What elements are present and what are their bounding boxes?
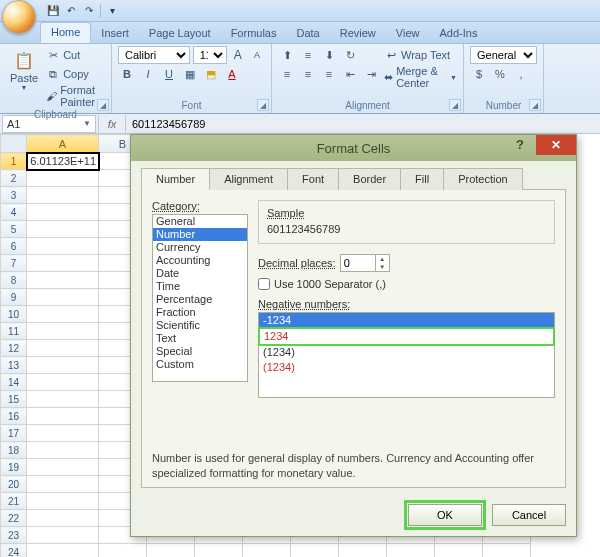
row-header[interactable]: 21 — [1, 493, 27, 510]
spinner-up-icon[interactable]: ▲ — [376, 255, 389, 263]
dtab-number[interactable]: Number — [141, 168, 210, 190]
orientation-button[interactable]: ↻ — [341, 46, 359, 64]
border-button[interactable]: ▦ — [181, 65, 199, 83]
select-all-corner[interactable] — [1, 135, 27, 153]
neg-item-1[interactable]: -1234 — [259, 313, 554, 328]
increase-indent-button[interactable]: ⇥ — [362, 65, 380, 83]
row-header[interactable]: 22 — [1, 510, 27, 527]
row-header[interactable]: 8 — [1, 272, 27, 289]
dialog-close-button[interactable]: ✕ — [536, 135, 576, 155]
wrap-text-button[interactable]: ↩Wrap Text — [384, 46, 457, 64]
font-color-button[interactable]: A — [223, 65, 241, 83]
cat-percentage[interactable]: Percentage — [153, 293, 247, 306]
neg-item-2[interactable]: 1234 — [258, 327, 555, 346]
row-header[interactable]: 11 — [1, 323, 27, 340]
underline-button[interactable]: U — [160, 65, 178, 83]
cat-accounting[interactable]: Accounting — [153, 254, 247, 267]
cat-special[interactable]: Special — [153, 345, 247, 358]
row-header[interactable]: 14 — [1, 374, 27, 391]
formula-input[interactable] — [128, 115, 600, 133]
office-button[interactable] — [2, 0, 36, 34]
font-launcher-icon[interactable]: ◢ — [257, 99, 269, 111]
copy-button[interactable]: ⧉Copy — [46, 65, 105, 83]
row-header[interactable]: 19 — [1, 459, 27, 476]
row-header[interactable]: 7 — [1, 255, 27, 272]
comma-button[interactable]: , — [512, 65, 530, 83]
tab-home[interactable]: Home — [40, 22, 91, 43]
cat-fraction[interactable]: Fraction — [153, 306, 247, 319]
row-header[interactable]: 17 — [1, 425, 27, 442]
percent-button[interactable]: % — [491, 65, 509, 83]
cat-currency[interactable]: Currency — [153, 241, 247, 254]
qat-dropdown-icon[interactable]: ▾ — [105, 4, 119, 18]
row-header[interactable]: 10 — [1, 306, 27, 323]
alignment-launcher-icon[interactable]: ◢ — [449, 99, 461, 111]
cat-text[interactable]: Text — [153, 332, 247, 345]
paste-button[interactable]: 📋 Paste ▼ — [6, 46, 42, 93]
italic-button[interactable]: I — [139, 65, 157, 83]
neg-item-3[interactable]: (1234) — [259, 345, 554, 360]
tab-formulas[interactable]: Formulas — [221, 24, 287, 43]
row-header[interactable]: 23 — [1, 527, 27, 544]
clipboard-launcher-icon[interactable]: ◢ — [97, 99, 109, 111]
fill-color-button[interactable]: ⬒ — [202, 65, 220, 83]
undo-icon[interactable]: ↶ — [64, 4, 78, 18]
spinner-down-icon[interactable]: ▼ — [376, 263, 389, 271]
dtab-font[interactable]: Font — [287, 168, 339, 190]
cat-date[interactable]: Date — [153, 267, 247, 280]
font-name-select[interactable]: Calibri — [118, 46, 190, 64]
tab-review[interactable]: Review — [330, 24, 386, 43]
row-header[interactable]: 4 — [1, 204, 27, 221]
row-header[interactable]: 1 — [1, 153, 27, 170]
dtab-border[interactable]: Border — [338, 168, 401, 190]
cell-a1[interactable]: 6.01123E+11 — [27, 153, 99, 170]
grow-font-button[interactable]: A — [230, 46, 246, 64]
dtab-protection[interactable]: Protection — [443, 168, 523, 190]
dialog-title-bar[interactable]: Format Cells ? ✕ — [131, 135, 576, 161]
align-left-button[interactable]: ≡ — [278, 65, 296, 83]
row-header[interactable]: 18 — [1, 442, 27, 459]
dtab-alignment[interactable]: Alignment — [209, 168, 288, 190]
number-launcher-icon[interactable]: ◢ — [529, 99, 541, 111]
paste-dropdown-icon[interactable]: ▼ — [21, 84, 28, 91]
row-header[interactable]: 6 — [1, 238, 27, 255]
dtab-fill[interactable]: Fill — [400, 168, 444, 190]
row-header[interactable]: 5 — [1, 221, 27, 238]
row-header[interactable]: 13 — [1, 357, 27, 374]
row-header[interactable]: 15 — [1, 391, 27, 408]
decrease-indent-button[interactable]: ⇤ — [341, 65, 359, 83]
row-header[interactable]: 3 — [1, 187, 27, 204]
col-header-a[interactable]: A — [27, 135, 99, 153]
cat-time[interactable]: Time — [153, 280, 247, 293]
merge-center-button[interactable]: ⬌Merge & Center▼ — [384, 65, 457, 89]
ok-button[interactable]: OK — [408, 504, 482, 526]
decimal-places-input[interactable] — [341, 255, 375, 271]
cancel-button[interactable]: Cancel — [492, 504, 566, 526]
align-top-button[interactable]: ⬆ — [278, 46, 296, 64]
row-header[interactable]: 12 — [1, 340, 27, 357]
tab-view[interactable]: View — [386, 24, 430, 43]
row-header[interactable]: 16 — [1, 408, 27, 425]
align-right-button[interactable]: ≡ — [320, 65, 338, 83]
row-header[interactable]: 2 — [1, 170, 27, 187]
bold-button[interactable]: B — [118, 65, 136, 83]
decimal-places-spinner[interactable]: ▲▼ — [340, 254, 390, 272]
cat-number[interactable]: Number — [153, 228, 247, 241]
negative-numbers-list[interactable]: -1234 1234 (1234) (1234) — [258, 312, 555, 398]
align-bottom-button[interactable]: ⬇ — [320, 46, 338, 64]
align-middle-button[interactable]: ≡ — [299, 46, 317, 64]
number-format-select[interactable]: General — [470, 46, 537, 64]
cat-custom[interactable]: Custom — [153, 358, 247, 371]
align-center-button[interactable]: ≡ — [299, 65, 317, 83]
category-list[interactable]: General Number Currency Accounting Date … — [152, 214, 248, 382]
currency-button[interactable]: $ — [470, 65, 488, 83]
cat-general[interactable]: General — [153, 215, 247, 228]
redo-icon[interactable]: ↷ — [82, 4, 96, 18]
merge-dropdown-icon[interactable]: ▼ — [450, 74, 457, 81]
shrink-font-button[interactable]: A — [249, 46, 265, 64]
row-header[interactable]: 24 — [1, 544, 27, 558]
cut-button[interactable]: ✂Cut — [46, 46, 105, 64]
neg-item-4[interactable]: (1234) — [259, 360, 554, 375]
tab-page-layout[interactable]: Page Layout — [139, 24, 221, 43]
font-size-select[interactable]: 11 — [193, 46, 227, 64]
